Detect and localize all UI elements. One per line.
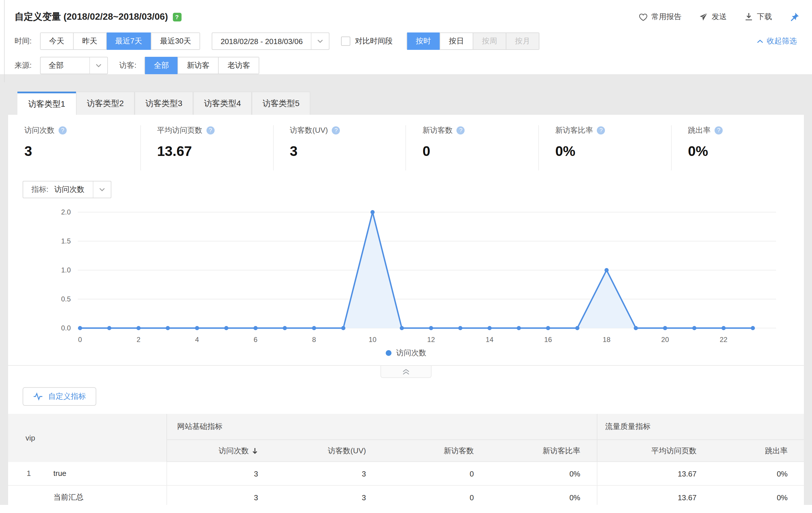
report-card: 访问次数 3 平均访问页数 13.67 访客数(UV) 3 新访客数 0 新访客… bbox=[8, 115, 804, 505]
chart-legend[interactable]: 访问次数 bbox=[8, 348, 804, 358]
column-header-avg-pages[interactable]: 平均访问页数 bbox=[597, 440, 713, 462]
data-table: vip 网站基础指标 流量质量指标 访问次数 访客数(UV) 新访客数 新访客比… bbox=[8, 414, 804, 505]
row-name: 当前汇总 bbox=[53, 493, 84, 502]
send-report-button[interactable]: 发送 bbox=[699, 11, 727, 22]
time-preset-last7days[interactable]: 最近7天 bbox=[106, 32, 150, 50]
time-preset-yesterday[interactable]: 昨天 bbox=[73, 33, 106, 49]
send-icon bbox=[699, 12, 708, 22]
time-preset-today[interactable]: 今天 bbox=[40, 33, 73, 49]
chevron-down-icon bbox=[95, 64, 101, 67]
collapse-filters-label: 收起筛选 bbox=[767, 36, 797, 47]
help-icon[interactable] bbox=[715, 126, 723, 134]
time-preset-last30days[interactable]: 最近30天 bbox=[151, 33, 200, 49]
group-header-row: vip 网站基础指标 流量质量指标 bbox=[8, 414, 804, 440]
favorite-report-label: 常用报告 bbox=[651, 11, 682, 22]
granularity-daily[interactable]: 按日 bbox=[440, 33, 473, 49]
svg-text:2: 2 bbox=[137, 336, 140, 343]
tab-visitor-type-5[interactable]: 访客类型5 bbox=[252, 92, 310, 115]
collapse-filters-link[interactable]: 收起筛选 bbox=[757, 36, 799, 47]
cell-uv: 3 bbox=[274, 485, 382, 505]
metric-selector[interactable]: 指标: 访问次数 bbox=[23, 181, 111, 198]
table-toolbar: 自定义指标 bbox=[8, 378, 804, 414]
help-icon[interactable] bbox=[59, 126, 67, 134]
svg-text:12: 12 bbox=[427, 336, 435, 343]
cell-avg-pages: 13.67 bbox=[597, 462, 713, 485]
column-header-visits[interactable]: 访问次数 bbox=[167, 440, 274, 462]
download-icon bbox=[744, 12, 753, 22]
table-row[interactable]: 1true 3 3 0 0% 13.67 0% bbox=[8, 462, 804, 485]
source-select-dropdown[interactable] bbox=[89, 57, 107, 73]
column-header-uv[interactable]: 访客数(UV) bbox=[274, 440, 382, 462]
column-header-new-visitors[interactable]: 新访客数 bbox=[382, 440, 490, 462]
visits-line-chart[interactable]: 0.00.51.01.52.00246810121416182022 bbox=[8, 202, 804, 346]
page-left-divider bbox=[4, 0, 5, 82]
group-header-basic: 网站基础指标 bbox=[167, 414, 597, 440]
metric-selector-dropdown[interactable] bbox=[92, 181, 111, 198]
column-header-new-visitor-ratio[interactable]: 新访客比率 bbox=[490, 440, 597, 462]
svg-text:0.0: 0.0 bbox=[61, 324, 71, 332]
cell-bounce-rate: 0% bbox=[713, 485, 804, 505]
row-name: true bbox=[53, 469, 66, 478]
compare-label: 对比时间段 bbox=[355, 36, 393, 47]
svg-text:8: 8 bbox=[312, 336, 316, 343]
stat-label: 平均访问页数 bbox=[157, 125, 202, 135]
content-area: 访客类型1 访客类型2 访客类型3 访客类型4 访客类型5 访问次数 3 平均访… bbox=[0, 74, 812, 505]
date-range-dropdown[interactable] bbox=[311, 33, 329, 49]
stat-uv: 访客数(UV) 3 bbox=[273, 125, 406, 171]
collapse-chart-button[interactable] bbox=[380, 366, 432, 378]
tab-visitor-type-2[interactable]: 访客类型2 bbox=[76, 92, 135, 115]
stat-new-visitors: 新访客数 0 bbox=[406, 125, 539, 171]
pulse-icon bbox=[33, 392, 43, 400]
tab-visitor-type-4[interactable]: 访客类型4 bbox=[193, 92, 252, 115]
metric-selector-value: 访问次数 bbox=[54, 184, 84, 195]
chart-collapse-bar bbox=[8, 365, 804, 378]
visitor-all[interactable]: 全部 bbox=[145, 57, 178, 74]
custom-metric-label: 自定义指标 bbox=[48, 391, 86, 402]
stat-label: 访问次数 bbox=[24, 125, 55, 135]
cell-new-visitor-ratio: 0% bbox=[490, 485, 597, 505]
visitor-filter-label: 访客: bbox=[119, 60, 136, 71]
svg-text:18: 18 bbox=[603, 336, 610, 343]
pin-icon[interactable] bbox=[789, 12, 799, 22]
stat-label: 访客数(UV) bbox=[290, 125, 328, 135]
tab-visitor-type-3[interactable]: 访客类型3 bbox=[135, 92, 193, 115]
visitor-type-tabs: 访客类型1 访客类型2 访客类型3 访客类型4 访客类型5 bbox=[0, 92, 812, 115]
help-icon[interactable] bbox=[597, 126, 605, 134]
custom-metric-button[interactable]: 自定义指标 bbox=[23, 387, 96, 406]
download-report-button[interactable]: 下载 bbox=[744, 11, 772, 22]
date-range-picker[interactable]: 2018/02/28 - 2018/03/06 bbox=[212, 32, 329, 50]
send-report-label: 发送 bbox=[712, 11, 727, 22]
svg-text:6: 6 bbox=[254, 336, 258, 343]
cell-new-visitor-ratio: 0% bbox=[490, 462, 597, 485]
help-icon[interactable] bbox=[206, 126, 214, 134]
cell-visits: 3 bbox=[167, 462, 274, 485]
time-filter-row: 时间: 今天 昨天 最近7天 最近30天 2018/02/28 - 2018/0… bbox=[14, 32, 799, 50]
svg-text:1.5: 1.5 bbox=[61, 237, 71, 245]
time-preset-group: 今天 昨天 最近7天 最近30天 bbox=[40, 32, 200, 50]
granularity-hourly[interactable]: 按时 bbox=[407, 32, 440, 50]
column-header-bounce-rate[interactable]: 跳出率 bbox=[713, 440, 804, 462]
favorite-report-button[interactable]: 常用报告 bbox=[639, 11, 682, 22]
visitor-returning[interactable]: 老访客 bbox=[219, 57, 259, 73]
page-title: 自定义变量 (2018/02/28~2018/03/06) bbox=[14, 11, 168, 23]
title-help-icon[interactable] bbox=[173, 12, 181, 21]
chevron-up-icon bbox=[757, 39, 763, 43]
compare-period-option[interactable]: 对比时间段 bbox=[341, 36, 393, 47]
help-icon[interactable] bbox=[332, 126, 340, 134]
stat-new-visitor-ratio: 新访客比率 0% bbox=[539, 125, 672, 171]
cell-new-visitors: 0 bbox=[382, 485, 490, 505]
svg-text:4: 4 bbox=[195, 336, 199, 343]
stat-label: 跳出率 bbox=[688, 125, 710, 135]
legend-dot-icon bbox=[386, 350, 392, 356]
sort-desc-icon bbox=[252, 447, 258, 454]
source-select[interactable]: 全部 bbox=[40, 57, 108, 74]
visitor-new[interactable]: 新访客 bbox=[178, 57, 219, 73]
help-icon[interactable] bbox=[457, 126, 465, 134]
compare-checkbox[interactable] bbox=[341, 36, 350, 46]
double-chevron-up-icon bbox=[402, 368, 410, 375]
stat-visits: 访问次数 3 bbox=[8, 125, 141, 171]
tab-visitor-type-1[interactable]: 访客类型1 bbox=[18, 92, 76, 115]
header-actions: 常用报告 发送 下载 bbox=[639, 11, 799, 22]
svg-text:14: 14 bbox=[486, 336, 494, 343]
heart-icon bbox=[639, 12, 648, 21]
